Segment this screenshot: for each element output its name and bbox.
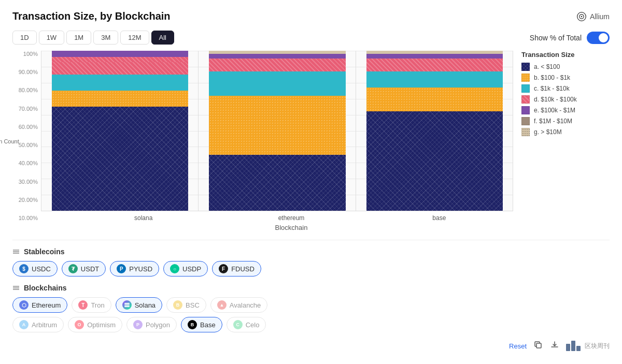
chip-ethereum[interactable]: ⬡ Ethereum: [12, 297, 67, 313]
bar-ethereum: [199, 51, 356, 211]
seg-e-eth: [209, 54, 345, 59]
time-btn-3m[interactable]: 3M: [93, 31, 118, 45]
toolbar: 1D 1W 1M 3M 12M All Show % of Total: [12, 31, 610, 45]
solana-label: Solana: [135, 301, 156, 309]
seg-main-base: [366, 111, 503, 211]
legend-item-e: e. $100k - $1M: [521, 106, 610, 114]
arb-icon: A: [19, 320, 29, 329]
x-axis-title: Blockchain: [41, 224, 513, 231]
seg-d-eth: [209, 59, 345, 71]
chip-usdp[interactable]: ○ USDP: [163, 261, 208, 276]
page-header: Transaction Size, by Blockchain Allium: [12, 10, 610, 22]
svg-rect-9: [124, 303, 130, 304]
chart-container: Transaction Count 100% 90.00% 80.00% 70.…: [12, 51, 610, 231]
time-btn-1d[interactable]: 1D: [12, 31, 37, 45]
time-btn-12m[interactable]: 12M: [120, 31, 149, 45]
show-pct-toggle[interactable]: [587, 32, 610, 44]
seg-e-solana: [52, 57, 188, 62]
copy-button[interactable]: [533, 340, 543, 352]
chip-pyusd[interactable]: P PYUSD: [110, 261, 159, 276]
download-button[interactable]: [549, 340, 560, 352]
legend-item-c: c. $1k - $10k: [521, 84, 610, 93]
reset-button[interactable]: Reset: [509, 342, 527, 350]
arbitrum-label: Arbitrum: [32, 321, 57, 329]
y-tick: 100%: [23, 51, 38, 57]
y-tick: 80.00%: [19, 87, 38, 93]
bar-stack-solana: [52, 51, 188, 211]
legend-item-g: g. > $10M: [521, 128, 610, 136]
chart-inner: solana ethereum base Blockchain: [41, 51, 513, 231]
blockchains-icon: [12, 284, 20, 292]
stablecoins-icon: [12, 248, 20, 255]
copy-icon: [534, 341, 542, 349]
svg-point-2: [581, 16, 583, 17]
svg-rect-11: [124, 306, 130, 307]
bar-stack-base: [366, 51, 503, 211]
legend-label-b: b. $100 - $1k: [534, 74, 570, 81]
celo-label: Celo: [246, 321, 260, 329]
chip-avalanche[interactable]: ▲ Avalanche: [210, 297, 267, 313]
chip-solana[interactable]: Solana: [116, 297, 162, 313]
chip-optimism[interactable]: O Optimism: [68, 317, 122, 332]
seg-c-solana: [52, 75, 188, 91]
blockchains-group: Blockchains ⬡ Ethereum T Tron: [12, 284, 610, 332]
seg-c-base: [366, 71, 503, 88]
seg-d-solana: [52, 62, 188, 75]
chip-usdc[interactable]: $ USDC: [12, 261, 58, 276]
legend-item-f: f. $1M - $10M: [521, 117, 610, 125]
legend-swatch-f: [521, 117, 530, 125]
allium-icon: [576, 11, 587, 22]
chip-usdt[interactable]: ₮ USDT: [62, 261, 106, 276]
y-axis-label: Transaction Count: [0, 138, 19, 144]
seg-e-base: [366, 54, 503, 59]
legend-label-g: g. > $10M: [534, 128, 562, 136]
seg-gold-eth: [209, 96, 345, 155]
tron-label: Tron: [91, 301, 104, 309]
chip-tron[interactable]: T Tron: [72, 297, 111, 313]
bsc-label: BSC: [186, 301, 200, 309]
ethereum-label: Ethereum: [32, 301, 61, 309]
chip-base[interactable]: B Base: [181, 317, 222, 332]
fdusd-label: FDUSD: [231, 265, 255, 273]
legend-item-b: b. $100 - $1k: [521, 74, 610, 82]
chip-fdusd[interactable]: F FDUSD: [212, 261, 261, 276]
wm-bar-3: [576, 346, 581, 351]
time-btn-all[interactable]: All: [151, 31, 174, 45]
allium-label: Allium: [590, 12, 610, 21]
x-label-ethereum: ethereum: [217, 211, 365, 222]
seg-main-solana: [52, 107, 188, 211]
pyusd-label: PYUSD: [129, 265, 152, 273]
legend-swatch-d: [521, 95, 530, 104]
chip-celo[interactable]: C Celo: [227, 317, 266, 332]
usdt-label: USDT: [81, 265, 99, 273]
stablecoins-group: Stablecoins $ USDC ₮ USDT P PYUSD ○ USDP: [12, 247, 610, 276]
toggle-knob: [599, 33, 608, 42]
y-tick: 50.00%: [19, 142, 38, 148]
chip-polygon[interactable]: P Polygon: [126, 317, 177, 332]
bar-stack-ethereum: [209, 51, 345, 211]
usdc-label: USDC: [32, 265, 51, 273]
bsc-icon: B: [173, 300, 182, 310]
watermark-text: 区块周刊: [585, 342, 610, 351]
chart-area: Transaction Count 100% 90.00% 80.00% 70.…: [12, 51, 513, 231]
y-axis: Transaction Count 100% 90.00% 80.00% 70.…: [12, 51, 41, 231]
time-btn-1m[interactable]: 1M: [66, 31, 91, 45]
y-tick: 20.00%: [19, 197, 38, 203]
show-pct-control: Show % of Total: [530, 32, 610, 44]
blockchains-label: Blockchains: [24, 284, 66, 292]
legend-items: a. < $100 b. $100 - $1k c. $1k - $10k d.…: [521, 63, 610, 136]
legend-swatch-g: [521, 128, 530, 136]
seg-f-solana: [52, 51, 188, 57]
y-tick: 10.00%: [19, 215, 38, 221]
pyusd-icon: P: [117, 264, 126, 273]
avax-icon: ▲: [217, 300, 227, 310]
seg-c-eth: [209, 71, 345, 95]
chip-bsc[interactable]: B BSC: [166, 297, 206, 313]
legend-item-a: a. < $100: [521, 63, 610, 71]
svg-rect-12: [536, 343, 541, 348]
chip-arbitrum[interactable]: A Arbitrum: [12, 317, 64, 332]
y-tick: 60.00%: [19, 124, 38, 130]
time-btn-1w[interactable]: 1W: [39, 31, 65, 45]
blockchains-header: Blockchains: [12, 284, 610, 292]
bottom-bar: Reset 区块周刊: [12, 340, 610, 352]
